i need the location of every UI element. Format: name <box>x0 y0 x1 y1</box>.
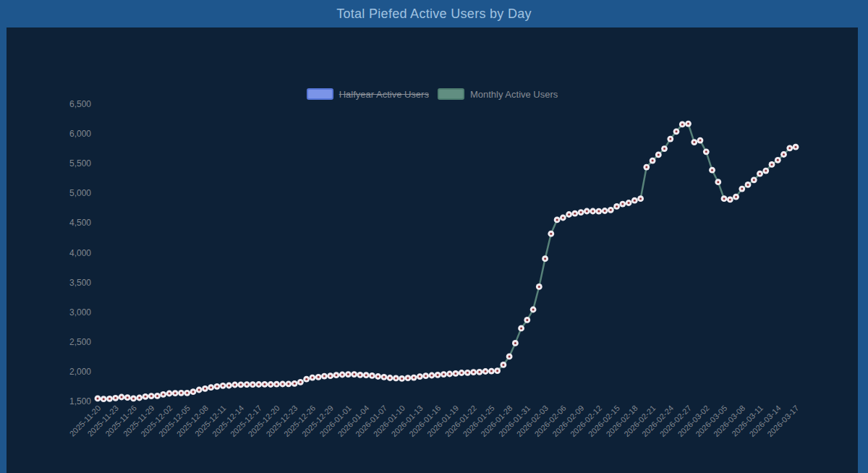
data-point-center <box>729 198 731 200</box>
data-point-center <box>138 397 140 399</box>
data-point-center <box>305 378 307 380</box>
data-point-center <box>538 286 540 288</box>
data-point-center <box>461 372 463 374</box>
data-point-center <box>222 385 224 387</box>
monthly-legend-label: Monthly Active Users <box>470 89 558 100</box>
data-point-center <box>294 383 296 385</box>
data-point-center <box>192 391 195 393</box>
data-point-center <box>448 373 451 375</box>
data-point-center <box>544 257 546 260</box>
data-point-center <box>687 123 689 125</box>
data-point-center <box>676 130 678 132</box>
data-point-center <box>437 374 439 376</box>
data-point-center <box>341 374 344 376</box>
data-point-center <box>472 371 475 373</box>
data-point-center <box>586 210 588 213</box>
data-point-center <box>347 373 349 375</box>
data-point-center <box>753 179 755 181</box>
data-point-center <box>502 364 504 366</box>
data-point-center <box>239 383 242 385</box>
data-point-center <box>216 385 218 388</box>
data-point-center <box>162 393 164 396</box>
data-point-center <box>103 398 105 400</box>
data-point-center <box>741 188 743 190</box>
y-tick-label: 1,500 <box>69 396 91 406</box>
data-point-center <box>771 163 773 166</box>
data-point-center <box>711 169 713 171</box>
data-point-center <box>634 200 636 202</box>
chart-panel: 1,5002,0002,5003,0003,5004,0004,5005,000… <box>7 27 858 473</box>
legend-item-monthly[interactable]: Monthly Active Users <box>438 88 558 100</box>
data-point-center <box>299 381 302 383</box>
y-tick-label: 4,000 <box>69 248 91 258</box>
monthly-legend-swatch <box>438 88 464 100</box>
data-point-center <box>371 375 373 377</box>
y-tick-label: 6,500 <box>69 99 91 109</box>
chart-title: Total Piefed Active Users by Day <box>336 7 532 22</box>
data-point-center <box>509 355 511 357</box>
chart-legend: Halfyear Active Users Monthly Active Use… <box>7 88 858 100</box>
data-point-center <box>311 377 313 379</box>
y-tick-label: 5,500 <box>69 158 91 169</box>
data-point-center <box>699 140 702 142</box>
data-point-center <box>281 383 284 385</box>
data-point-center <box>568 213 570 216</box>
data-point-center <box>127 396 129 399</box>
data-point-center <box>681 123 684 125</box>
data-point-center <box>520 327 522 329</box>
data-point-center <box>616 205 618 208</box>
data-point-center <box>234 384 236 386</box>
data-point-center <box>526 319 528 321</box>
data-point-center <box>783 153 785 155</box>
y-tick-label: 3,500 <box>69 278 91 288</box>
data-point-center <box>258 383 260 385</box>
data-point-center <box>156 395 158 397</box>
data-point-center <box>228 385 230 387</box>
data-point-center <box>150 395 153 397</box>
data-point-center <box>353 373 355 375</box>
data-point-center <box>490 370 493 372</box>
data-point-center <box>407 377 409 379</box>
data-point-center <box>145 396 147 398</box>
data-point-center <box>621 203 624 205</box>
data-point-center <box>389 377 391 379</box>
data-point-center <box>574 213 576 215</box>
data-point-center <box>443 373 445 375</box>
data-point-center <box>717 181 719 183</box>
data-point-center <box>204 388 206 390</box>
data-point-center <box>329 375 331 377</box>
y-tick-label: 4,500 <box>69 218 91 228</box>
data-point-center <box>658 153 660 155</box>
data-point-center <box>467 372 469 374</box>
data-point-center <box>180 392 182 394</box>
title-bar: Total Piefed Active Users by Day <box>0 0 868 27</box>
halfyear-legend-swatch <box>307 88 333 100</box>
data-point-center <box>580 211 582 213</box>
data-point-center <box>604 210 606 212</box>
data-point-center <box>97 397 99 399</box>
data-point-center <box>401 378 403 380</box>
y-tick-label: 2,500 <box>69 337 91 347</box>
y-tick-label: 2,000 <box>69 367 91 377</box>
data-point-center <box>795 146 797 148</box>
data-point-center <box>263 383 265 385</box>
y-tick-label: 5,000 <box>69 188 91 198</box>
legend-item-halfyear[interactable]: Halfyear Active Users <box>307 88 429 100</box>
data-point-center <box>663 148 665 150</box>
data-point-center <box>109 398 111 400</box>
data-point-center <box>652 160 654 162</box>
y-tick-label: 6,000 <box>69 129 91 139</box>
data-point-center <box>705 150 707 153</box>
data-point-center <box>276 383 278 385</box>
data-point-center <box>735 196 737 198</box>
data-point-center <box>592 210 594 213</box>
data-point-center <box>246 383 248 385</box>
chart-line[interactable] <box>98 124 796 399</box>
data-point-center <box>114 397 116 399</box>
data-point-center <box>335 374 337 376</box>
data-point-center <box>597 210 600 213</box>
data-point-center <box>777 159 779 161</box>
y-tick-label: 3,000 <box>69 307 91 318</box>
data-point-center <box>419 375 421 378</box>
data-point-center <box>186 392 188 394</box>
